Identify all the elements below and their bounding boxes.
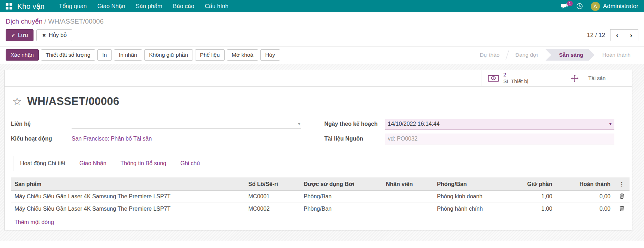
delete-row-button[interactable] — [614, 191, 630, 203]
chevron-left-icon: ‹ — [616, 31, 618, 39]
ellipsis-vertical-icon: ⋮ — [619, 181, 625, 187]
delete-row-button[interactable] — [614, 203, 630, 215]
scheduled-date-input[interactable] — [388, 121, 609, 127]
control-panel: Dịch chuyển / WH/ASSET/00006 ✔ Lưu ✖ Hủy… — [0, 12, 644, 64]
cell-product[interactable]: Máy Chiếu Siêu Gần Laser 4K Samsung The … — [11, 203, 245, 215]
form-sheet: 1 2 SL Thiết bị Tài sản ☆ WH/ASSET/00006 — [4, 70, 632, 230]
pager-counter: 12 / 12 — [587, 32, 605, 39]
column-header-used-by[interactable]: Được sử dụng Bởi — [300, 178, 382, 191]
field-grid: Liên hệ ▾ Kiểu hoạt động San Francisco: … — [11, 118, 626, 145]
breadcrumb-current: WH/ASSET/00006 — [48, 18, 103, 25]
device-count-value: 2 — [503, 72, 528, 78]
cell-employee[interactable] — [382, 191, 433, 203]
cell-product[interactable]: Máy Chiếu Siêu Gần Laser 4K Samsung The … — [11, 191, 245, 203]
table-header-row: Sản phẩm Số Lô/Sê-ri Được sử dụng Bởi Nh… — [11, 178, 630, 191]
user-menu[interactable]: A Administrator — [591, 2, 638, 11]
nav-item-products[interactable]: Sản phẩm — [130, 0, 168, 12]
cell-lot[interactable]: MC0001 — [245, 191, 300, 203]
cell-done[interactable]: 0,00 — [556, 203, 614, 215]
table-row: Máy Chiếu Siêu Gần Laser 4K Samsung The … — [11, 191, 630, 203]
money-icon: 1 — [488, 75, 499, 82]
pager-previous-button[interactable]: ‹ — [610, 29, 624, 41]
statusbar: Xác nhận Thiết đặt số lượng In In nhãn K… — [0, 46, 644, 64]
cell-used-by[interactable]: Phòng/Ban — [300, 203, 382, 215]
device-count-smart-button[interactable]: 1 2 SL Thiết bị — [481, 70, 556, 86]
print-button[interactable]: In — [97, 49, 112, 61]
column-header-reserved[interactable]: Giữ phần — [499, 178, 556, 191]
tab-notes[interactable]: Ghi chú — [173, 156, 207, 171]
record-title: WH/ASSET/00006 — [27, 95, 119, 108]
arrows-move-icon — [571, 75, 578, 82]
source-document-field — [385, 134, 615, 144]
activities-clock-icon[interactable] — [576, 3, 583, 10]
close-icon: ✖ — [42, 33, 46, 38]
tab-additional-info[interactable]: Thông tin Bổ sung — [114, 156, 174, 171]
stage-ready[interactable]: Sẵn sàng — [546, 49, 595, 61]
cell-reserved[interactable]: 1,00 — [499, 191, 556, 203]
scheduled-date-field-label: Ngày theo kế hoạch — [324, 121, 385, 127]
operation-type-field-label: Kiểu hoạt động — [11, 136, 72, 142]
contact-input[interactable] — [72, 121, 298, 127]
chevron-down-icon[interactable]: ▾ — [609, 121, 612, 126]
assets-label: Tài sản — [588, 75, 606, 82]
cell-used-by[interactable]: Phòng/Ban — [300, 191, 382, 203]
source-document-field-label: Tài liệu Nguồn — [324, 136, 385, 142]
cell-lot[interactable]: MC0002 — [245, 203, 300, 215]
cancel-button[interactable]: Hủy — [260, 49, 280, 61]
stage-draft[interactable]: Dự thảo — [472, 49, 507, 61]
column-options-button[interactable]: ⋮ — [614, 178, 630, 191]
chevron-down-icon[interactable]: ▾ — [298, 121, 300, 126]
tab-detailed-operations[interactable]: Hoạt động Chi tiết — [13, 156, 72, 171]
cell-reserved[interactable]: 1,00 — [499, 203, 556, 215]
stage-waiting[interactable]: Đang đợi — [508, 49, 546, 61]
unlock-button[interactable]: Mở khoá — [227, 49, 258, 61]
tab-transfers[interactable]: Giao Nhận — [72, 156, 114, 171]
cell-employee[interactable] — [382, 203, 433, 215]
breadcrumb: Dịch chuyển / WH/ASSET/00006 — [0, 12, 644, 26]
column-header-employee[interactable]: Nhân viên — [382, 178, 433, 191]
scrap-button[interactable]: Phế liệu — [195, 49, 225, 61]
user-name: Administrator — [603, 3, 638, 10]
avatar: A — [591, 2, 600, 11]
set-quantities-button[interactable]: Thiết đặt số lượng — [41, 49, 96, 61]
save-button[interactable]: ✔ Lưu — [6, 29, 34, 41]
print-labels-button[interactable]: In nhãn — [114, 49, 142, 61]
unreserve-button[interactable]: Không giữ phần — [144, 49, 193, 61]
discard-button[interactable]: ✖ Hủy bỏ — [36, 29, 72, 41]
breadcrumb-parent-link[interactable]: Dịch chuyển — [6, 18, 43, 25]
trash-icon — [619, 205, 624, 211]
messages-icon[interactable]: 1 — [561, 3, 569, 9]
column-header-lot-serial[interactable]: Số Lô/Sê-ri — [245, 178, 300, 191]
apps-menu-icon[interactable] — [6, 3, 12, 10]
stage-done[interactable]: Hoàn thành — [595, 49, 638, 61]
pager-next-button[interactable]: › — [624, 29, 638, 41]
nav-item-reporting[interactable]: Báo cáo — [168, 0, 200, 12]
nav-item-transfers[interactable]: Giao Nhận — [92, 0, 130, 12]
column-header-product[interactable]: Sản phẩm — [11, 178, 245, 191]
source-document-input[interactable] — [388, 136, 612, 142]
column-header-done[interactable]: Hoàn thành — [556, 178, 614, 191]
messages-count-badge: 1 — [567, 1, 573, 6]
validate-button[interactable]: Xác nhận — [6, 49, 39, 61]
check-icon: ✔ — [11, 33, 15, 38]
form-content-area: 1 2 SL Thiết bị Tài sản ☆ WH/ASSET/00006 — [0, 64, 644, 248]
cell-department[interactable]: Phòng hành chính — [433, 203, 499, 215]
cell-department[interactable]: Phòng kinh doanh — [433, 191, 499, 203]
chatter-area — [0, 241, 644, 248]
contact-field: ▾ — [72, 120, 301, 129]
chevron-right-icon: › — [630, 31, 632, 39]
assets-smart-button[interactable]: Tài sản — [556, 70, 632, 86]
column-header-department[interactable]: Phòng/Ban — [433, 178, 499, 191]
move-lines-table: Sản phẩm Số Lô/Sê-ri Được sử dụng Bởi Nh… — [11, 178, 630, 229]
notebook-tabs: Hoạt động Chi tiết Giao Nhận Thông tin B… — [11, 156, 626, 171]
contact-field-label: Liên hệ — [11, 121, 72, 127]
device-count-label: SL Thiết bị — [503, 78, 528, 85]
svg-text:1: 1 — [493, 77, 494, 80]
favorite-star-icon[interactable]: ☆ — [12, 96, 22, 107]
add-line-button[interactable]: Thêm một dòng — [14, 219, 54, 225]
nav-item-overview[interactable]: Tổng quan — [54, 0, 92, 12]
nav-item-configuration[interactable]: Cấu hình — [200, 0, 234, 12]
operation-type-value-link[interactable]: San Francisco: Phân bổ Tài sản — [72, 136, 152, 142]
app-name[interactable]: Kho vận — [17, 2, 44, 11]
cell-done[interactable]: 0,00 — [556, 191, 614, 203]
